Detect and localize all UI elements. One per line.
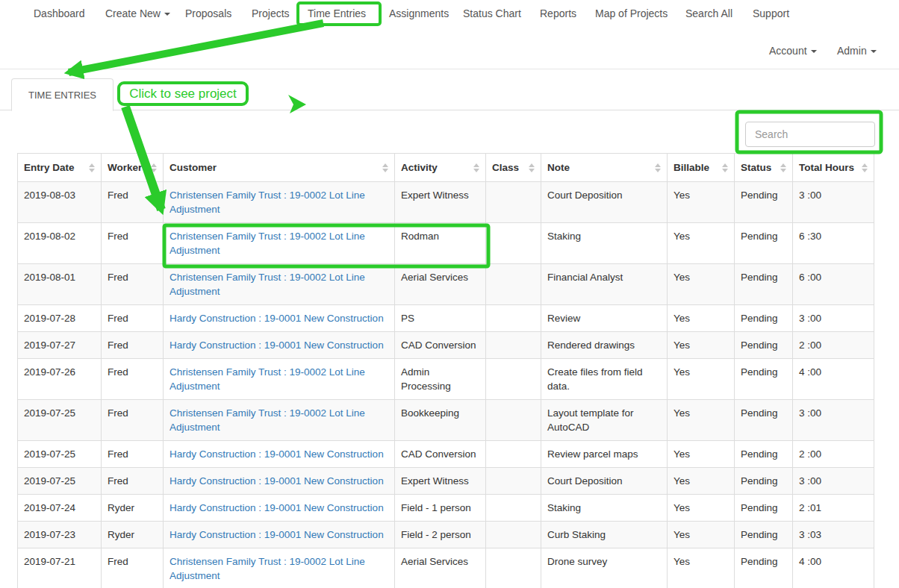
- account-menu[interactable]: Account: [769, 45, 817, 57]
- table-row: 2019-07-25FredHardy Construction : 19-00…: [18, 441, 874, 468]
- table-row: 2019-08-01FredChristensen Family Trust :…: [18, 264, 874, 305]
- table-body: 2019-08-03FredChristensen Family Trust :…: [18, 182, 874, 588]
- customer-link[interactable]: Hardy Construction : 19-0001 New Constru…: [169, 448, 384, 460]
- column-header-status[interactable]: Status: [735, 154, 793, 182]
- sort-icon: [151, 163, 157, 172]
- cell-status: Pending: [735, 332, 793, 359]
- column-header-entry-date[interactable]: Entry Date: [18, 154, 102, 182]
- table-row: 2019-08-03FredChristensen Family Trust :…: [18, 182, 874, 223]
- admin-label: Admin: [837, 45, 867, 57]
- cell-worker: Ryder: [102, 522, 164, 548]
- cell-total-hours: 3 :03: [793, 522, 874, 548]
- nav-item-create-new[interactable]: Create New: [105, 7, 170, 19]
- customer-link[interactable]: Christensen Family Trust : 19-0002 Lot L…: [169, 366, 365, 392]
- column-header-customer[interactable]: Customer: [164, 154, 395, 182]
- cell-total-hours: 4 :00: [793, 548, 874, 588]
- column-header-class[interactable]: Class: [486, 154, 541, 182]
- account-label: Account: [769, 45, 807, 57]
- caret-down-icon: [871, 50, 877, 53]
- cell-note: Court Deposition: [541, 182, 668, 223]
- cell-customer: Hardy Construction : 19-0001 New Constru…: [164, 332, 395, 359]
- cell-status: Pending: [735, 548, 793, 588]
- column-header-label: Activity: [401, 162, 438, 173]
- column-header-label: Total Hours: [799, 162, 854, 173]
- cell-status: Pending: [735, 441, 793, 468]
- cell-worker: Ryder: [102, 495, 164, 522]
- tab-time-entries[interactable]: TIME ENTRIES: [11, 78, 113, 111]
- cell-worker: Fred: [102, 182, 164, 223]
- cell-entry-date: 2019-07-25: [18, 400, 102, 441]
- nav-create-new-label: Create New: [105, 7, 161, 19]
- cell-status: Pending: [735, 305, 793, 332]
- cell-worker: Fred: [102, 359, 164, 400]
- sort-icon: [382, 163, 388, 172]
- cell-entry-date: 2019-07-27: [18, 332, 102, 359]
- column-header-label: Status: [741, 162, 771, 173]
- customer-link[interactable]: Hardy Construction : 19-0001 New Constru…: [169, 529, 384, 540]
- cell-entry-date: 2019-07-28: [18, 305, 102, 332]
- customer-link[interactable]: Christensen Family Trust : 19-0002 Lot L…: [169, 190, 365, 215]
- cell-total-hours: 3 :00: [793, 305, 874, 332]
- table-header: Entry DateWorkerCustomerActivityClassNot…: [18, 154, 874, 182]
- nav-item-assignments[interactable]: Assignments: [389, 7, 449, 19]
- table-row: 2019-07-24RyderHardy Construction : 19-0…: [18, 495, 874, 522]
- customer-link[interactable]: Christensen Family Trust : 19-0002 Lot L…: [169, 556, 365, 581]
- table-row: 2019-07-25FredChristensen Family Trust :…: [18, 400, 874, 441]
- cell-customer: Christensen Family Trust : 19-0002 Lot L…: [164, 182, 395, 223]
- cell-worker: Fred: [102, 332, 164, 359]
- cell-billable: Yes: [668, 359, 735, 400]
- column-header-activity[interactable]: Activity: [395, 154, 486, 182]
- cell-customer: Christensen Family Trust : 19-0002 Lot L…: [164, 359, 395, 400]
- cell-status: Pending: [735, 223, 793, 264]
- nav-item-proposals[interactable]: Proposals: [185, 7, 231, 19]
- nav-item-time-entries[interactable]: Time Entries: [308, 7, 366, 19]
- nav-item-status-chart[interactable]: Status Chart: [463, 7, 521, 19]
- cell-billable: Yes: [668, 548, 735, 588]
- column-header-note[interactable]: Note: [541, 154, 668, 182]
- customer-link[interactable]: Christensen Family Trust : 19-0002 Lot L…: [169, 407, 365, 433]
- cell-total-hours: 2 :00: [793, 332, 874, 359]
- cell-entry-date: 2019-07-25: [18, 468, 102, 495]
- customer-link[interactable]: Christensen Family Trust : 19-0002 Lot L…: [169, 231, 365, 256]
- nav-item-dashboard[interactable]: Dashboard: [34, 7, 85, 19]
- nav-item-reports[interactable]: Reports: [540, 7, 576, 19]
- search-input[interactable]: [745, 122, 875, 147]
- nav-item-projects[interactable]: Projects: [252, 7, 290, 19]
- cell-billable: Yes: [668, 305, 735, 332]
- cell-note: Court Deposition: [541, 468, 668, 495]
- column-header-worker[interactable]: Worker: [102, 154, 164, 182]
- cell-entry-date: 2019-07-25: [18, 441, 102, 468]
- cell-total-hours: 2 :01: [793, 495, 874, 522]
- cell-total-hours: 2 :00: [793, 441, 874, 468]
- cell-total-hours: 4 :00: [793, 359, 874, 400]
- cell-status: Pending: [735, 468, 793, 495]
- cell-note: Create files from field data.: [541, 359, 668, 400]
- cell-billable: Yes: [668, 264, 735, 305]
- time-entries-table: Entry DateWorkerCustomerActivityClassNot…: [17, 153, 874, 588]
- cell-class: [486, 305, 541, 332]
- customer-link[interactable]: Hardy Construction : 19-0001 New Constru…: [169, 313, 384, 324]
- customer-link[interactable]: Christensen Family Trust : 19-0002 Lot L…: [169, 272, 365, 297]
- admin-menu[interactable]: Admin: [837, 45, 877, 57]
- column-header-total-hours[interactable]: Total Hours: [793, 154, 874, 182]
- cell-note: Staking: [541, 495, 668, 522]
- nav-item-support[interactable]: Support: [753, 7, 789, 19]
- cell-status: Pending: [735, 264, 793, 305]
- cell-worker: Fred: [102, 264, 164, 305]
- cell-worker: Fred: [102, 548, 164, 588]
- table-row: 2019-07-21FredChristensen Family Trust :…: [18, 548, 874, 588]
- nav-item-map-of-projects[interactable]: Map of Projects: [595, 7, 668, 19]
- customer-link[interactable]: Hardy Construction : 19-0001 New Constru…: [169, 502, 384, 513]
- nav-item-search-all[interactable]: Search All: [685, 7, 732, 19]
- cell-billable: Yes: [668, 441, 735, 468]
- column-header-label: Entry Date: [24, 162, 75, 173]
- customer-link[interactable]: Hardy Construction : 19-0001 New Constru…: [169, 340, 384, 351]
- cell-entry-date: 2019-07-23: [18, 522, 102, 548]
- cell-worker: Fred: [102, 441, 164, 468]
- cell-class: [486, 468, 541, 495]
- customer-link[interactable]: Hardy Construction : 19-0001 New Constru…: [169, 475, 384, 487]
- cell-customer: Hardy Construction : 19-0001 New Constru…: [164, 441, 395, 468]
- cell-note: Rendered drawings: [541, 332, 668, 359]
- cell-total-hours: 3 :00: [793, 182, 874, 223]
- column-header-billable[interactable]: Billable: [668, 154, 735, 182]
